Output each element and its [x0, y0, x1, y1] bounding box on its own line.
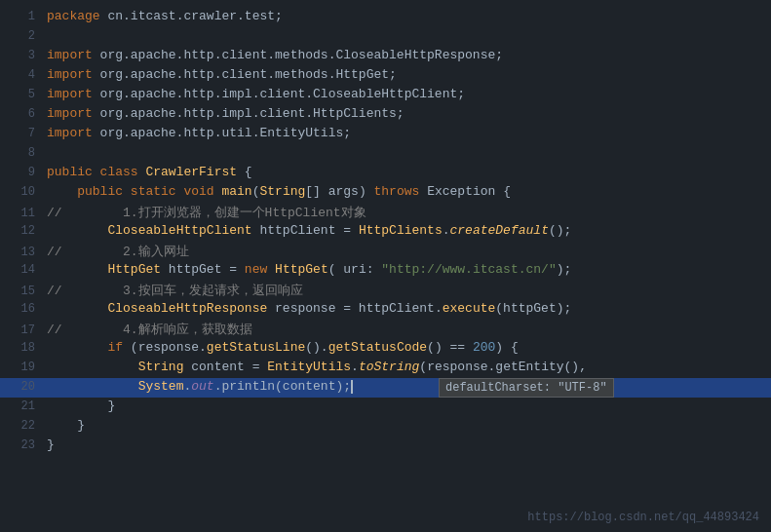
- token: execute: [443, 301, 496, 316]
- token: System: [138, 379, 184, 394]
- line-content: public static void main(String[] args) t…: [43, 184, 771, 199]
- code-line-22: 22 }: [0, 417, 771, 437]
- line-content: System.out.println(content);: [43, 379, 771, 394]
- token: getStatusCode: [328, 340, 427, 355]
- token: static: [131, 184, 184, 199]
- token: CloseableHttpResponse: [107, 301, 267, 316]
- token: .println(content);: [214, 379, 351, 394]
- token: EntityUtils: [267, 360, 351, 374]
- token: (response.getEntity(),: [419, 360, 594, 374]
- token: // 3.按回车，发起请求，返回响应: [47, 284, 303, 298]
- line-number: 11: [4, 207, 43, 220]
- token: public: [77, 184, 131, 199]
- line-content: import org.apache.http.impl.client.Close…: [43, 87, 771, 101]
- token: }: [47, 399, 115, 413]
- line-number: 17: [4, 323, 43, 337]
- token: org.apache.http.util.EntityUtils;: [100, 126, 351, 140]
- token: httpClient =: [252, 223, 359, 238]
- token: package: [47, 9, 107, 23]
- line-content: }: [43, 418, 771, 433]
- token: if: [107, 340, 130, 355]
- line-content: import org.apache.http.client.methods.Cl…: [43, 48, 771, 62]
- line-content: // 4.解析响应，获取数据: [43, 321, 771, 338]
- code-line-17: 17// 4.解析响应，获取数据: [0, 320, 771, 339]
- token: HttpGet: [107, 262, 161, 277]
- token: org.apache.http.impl.client.HttpClients;: [100, 106, 405, 121]
- line-content: import org.apache.http.impl.client.HttpC…: [43, 106, 771, 121]
- token: [47, 184, 77, 199]
- token: ( uri:: [328, 262, 382, 277]
- line-number: 1: [4, 10, 43, 23]
- code-line-9: 9public class CrawlerFirst {: [0, 164, 771, 183]
- line-content: // 2.输入网址: [43, 243, 771, 260]
- token: }: [47, 418, 85, 433]
- token: (response.: [131, 340, 207, 355]
- line-content: CloseableHttpResponse response = httpCli…: [43, 301, 771, 316]
- token: import: [47, 106, 100, 121]
- token: Exception {: [427, 184, 511, 199]
- token: CloseableHttpClient: [107, 223, 251, 238]
- token: createDefault: [450, 223, 549, 238]
- token: org.apache.http.impl.client.CloseableHtt…: [100, 87, 465, 101]
- line-content: [43, 28, 771, 43]
- token: // 1.打开浏览器，创建一个HttpClient对象: [47, 206, 366, 220]
- token: toString: [359, 360, 419, 374]
- token: import: [47, 48, 100, 62]
- token: ();: [549, 223, 571, 238]
- line-content: String content = EntityUtils.toString(re…: [43, 360, 771, 374]
- token: [47, 379, 138, 394]
- code-line-1: 1package cn.itcast.crawler.test;: [0, 8, 771, 27]
- line-content: import org.apache.http.util.EntityUtils;: [43, 126, 771, 140]
- token: httpGet =: [161, 262, 245, 277]
- line-content: // 3.按回车，发起请求，返回响应: [43, 282, 771, 299]
- line-number: 21: [4, 399, 43, 413]
- line-number: 2: [4, 29, 43, 43]
- line-number: 19: [4, 361, 43, 374]
- token: HttpClients: [359, 223, 443, 238]
- token: String: [138, 360, 184, 374]
- line-number: 22: [4, 419, 43, 433]
- token: main: [221, 184, 251, 199]
- code-line-13: 13// 2.输入网址: [0, 242, 771, 261]
- token: [47, 223, 107, 238]
- token: content =: [183, 360, 267, 374]
- token: CrawlerFirst: [145, 165, 244, 179]
- token: [47, 301, 107, 316]
- token: // 4.解析响应，获取数据: [47, 323, 252, 337]
- code-line-6: 6import org.apache.http.impl.client.Http…: [0, 105, 771, 125]
- token: );: [557, 262, 572, 277]
- line-number: 23: [4, 438, 43, 452]
- token: org.apache.http.client.methods.Closeable…: [100, 48, 503, 62]
- line-content: HttpGet httpGet = new HttpGet( uri: "htt…: [43, 262, 771, 277]
- token: .: [443, 223, 450, 238]
- code-line-16: 16 CloseableHttpResponse response = http…: [0, 300, 771, 320]
- line-content: CloseableHttpClient httpClient = HttpCli…: [43, 223, 771, 238]
- code-line-20: 20 System.out.println(content);: [0, 378, 771, 398]
- token: import: [47, 87, 100, 101]
- text-cursor: [351, 380, 353, 394]
- code-line-4: 4import org.apache.http.client.methods.H…: [0, 66, 771, 86]
- line-number: 13: [4, 246, 43, 259]
- code-editor: 1package cn.itcast.crawler.test;2 3impor…: [0, 0, 771, 532]
- token: public: [47, 165, 100, 179]
- line-content: }: [43, 399, 771, 413]
- token: new: [245, 262, 275, 277]
- token: [] args): [305, 184, 373, 199]
- line-number: 10: [4, 185, 43, 199]
- line-content: import org.apache.http.client.methods.Ht…: [43, 67, 771, 82]
- token: [47, 340, 107, 355]
- token: import: [47, 126, 100, 140]
- token: // 2.输入网址: [47, 245, 189, 259]
- token: getStatusLine: [207, 340, 305, 355]
- line-content: package cn.itcast.crawler.test;: [43, 9, 771, 23]
- code-line-19: 19 String content = EntityUtils.toString…: [0, 359, 771, 378]
- token: import: [47, 67, 100, 82]
- token: response = httpClient.: [267, 301, 442, 316]
- line-number: 15: [4, 285, 43, 298]
- code-line-7: 7import org.apache.http.util.EntityUtils…: [0, 125, 771, 144]
- watermark: https://blog.csdn.net/qq_44893424: [527, 511, 759, 524]
- line-number: 5: [4, 88, 43, 101]
- line-number: 12: [4, 224, 43, 238]
- code-line-21: 21 }: [0, 398, 771, 417]
- token: out: [191, 379, 213, 394]
